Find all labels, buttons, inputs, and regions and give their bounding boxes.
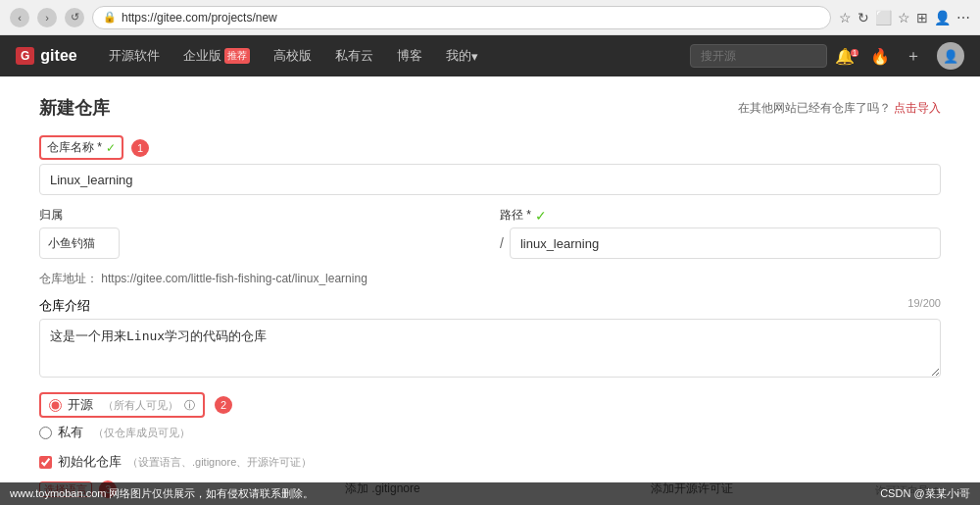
init-section: 初始化仓库 （设置语言、.gitignore、开源许可证） xyxy=(39,453,941,471)
back-button[interactable]: ‹ xyxy=(10,8,29,27)
bottom-bar: www.toymoban.com 网络图片仅供展示，如有侵权请联系删除。 CSD… xyxy=(0,482,980,505)
forward-button[interactable]: › xyxy=(37,8,57,27)
nav-mine[interactable]: 我的 ▾ xyxy=(434,35,490,76)
browser-right-icons: ☆ ↻ ⬜ ☆ ⊞ 👤 ⋯ xyxy=(839,10,970,25)
repo-name-section: 仓库名称 * ✓ 1 xyxy=(39,135,941,195)
repo-name-input[interactable] xyxy=(39,164,941,195)
init-label: 初始化仓库 xyxy=(58,453,122,471)
refresh-button[interactable]: ↺ xyxy=(65,8,84,27)
csdn-label: CSDN @菜某小i哥 xyxy=(880,486,970,501)
name-check-icon: ✓ xyxy=(106,141,116,155)
fire-icon-btn[interactable]: 🔥 xyxy=(862,47,898,66)
private-option[interactable]: 私有 （仅仓库成员可见） xyxy=(39,424,941,441)
repo-name-label: 仓库名称 * ✓ 1 xyxy=(39,135,941,160)
open-option[interactable]: 开源 （所有人可见） ⓘ 2 xyxy=(39,392,941,418)
nav-blog[interactable]: 博客 xyxy=(385,35,434,76)
step-2-badge: 2 xyxy=(215,396,232,414)
repo-url-line: 仓库地址： https://gitee.com/little-fish-fish… xyxy=(39,271,941,287)
browser-bar: ‹ › ↺ 🔒 https://gitee.com/projects/new ☆… xyxy=(0,0,980,35)
enterprise-badge: 推荐 xyxy=(224,48,250,64)
attribution-col: 归属 小鱼钓猫 xyxy=(39,207,480,259)
path-check-icon: ✓ xyxy=(535,208,547,224)
step-1-badge: 1 xyxy=(131,139,149,157)
open-desc: （所有人可见） xyxy=(103,398,178,413)
init-desc: （设置语言、.gitignore、开源许可证） xyxy=(127,455,312,470)
main-content: 新建仓库 在其他网站已经有仓库了吗？ 点击导入 仓库名称 * ✓ 1 归属 小鱼… xyxy=(0,76,980,505)
open-radio[interactable] xyxy=(49,399,62,412)
nav-private-cloud[interactable]: 私有云 xyxy=(323,35,385,76)
import-link-area: 在其他网站已经有仓库了吗？ 点击导入 xyxy=(738,100,941,117)
init-checkbox[interactable] xyxy=(39,456,52,469)
star-icon[interactable]: ☆ xyxy=(839,10,852,25)
path-label: 路径 * ✓ xyxy=(500,207,941,224)
open-option-box: 开源 （所有人可见） ⓘ xyxy=(39,392,205,418)
bookmark-icon[interactable]: ☆ xyxy=(898,10,910,25)
char-count: 19/200 xyxy=(907,297,941,315)
desc-label-row: 仓库介绍 19/200 xyxy=(39,297,941,315)
attribution-label: 归属 xyxy=(39,207,480,224)
desc-section: 仓库介绍 19/200 这是一个用来Linux学习的代码的仓库 xyxy=(39,297,941,380)
path-slash: / xyxy=(500,235,504,251)
add-icon-btn[interactable]: ＋ xyxy=(898,46,929,67)
nav-opensource[interactable]: 开源软件 xyxy=(97,35,172,76)
page-header: 新建仓库 在其他网站已经有仓库了吗？ 点击导入 xyxy=(39,96,941,120)
menu-icon[interactable]: ⋯ xyxy=(956,10,970,25)
user-avatar[interactable]: 👤 xyxy=(937,42,964,70)
page-title: 新建仓库 xyxy=(39,96,110,120)
lock-icon: 🔒 xyxy=(103,11,117,24)
init-checkbox-row: 初始化仓库 （设置语言、.gitignore、开源许可证） xyxy=(39,453,941,471)
profile-icon[interactable]: 👤 xyxy=(934,10,951,25)
gitee-logo[interactable]: G gitee xyxy=(16,47,77,65)
ext-icon[interactable]: ⊞ xyxy=(916,10,928,25)
desc-label: 仓库介绍 xyxy=(39,297,90,315)
tab-icon[interactable]: ⬜ xyxy=(875,10,892,25)
repo-name-label-box: 仓库名称 * ✓ xyxy=(39,135,123,160)
bell-icon-btn[interactable]: 🔔 1 xyxy=(827,47,862,66)
nav-search-input[interactable] xyxy=(690,44,827,68)
nav-university[interactable]: 高校版 xyxy=(262,35,323,76)
nav-enterprise[interactable]: 企业版 推荐 xyxy=(172,35,262,76)
desc-textarea[interactable]: 这是一个用来Linux学习的代码的仓库 xyxy=(39,319,941,378)
visibility-section: 开源 （所有人可见） ⓘ 2 私有 （仅仓库成员可见） xyxy=(39,392,941,441)
visibility-help: ⓘ xyxy=(184,398,195,413)
bell-badge: 1 xyxy=(851,49,858,57)
url-text: https://gitee.com/projects/new xyxy=(122,11,277,25)
private-label: 私有 xyxy=(58,424,83,441)
logo-box: G xyxy=(16,47,34,65)
path-col: 路径 * ✓ / xyxy=(500,207,941,259)
attribution-path-row: 归属 小鱼钓猫 路径 * ✓ / xyxy=(39,207,941,259)
gitee-navbar: G gitee 开源软件 企业版 推荐 高校版 私有云 博客 我的 ▾ 🔔 1 … xyxy=(0,35,980,76)
open-label: 开源 xyxy=(68,396,93,414)
url-bar[interactable]: 🔒 https://gitee.com/projects/new xyxy=(92,6,831,29)
path-input[interactable] xyxy=(510,227,941,259)
private-desc: （仅仓库成员可见） xyxy=(93,426,190,440)
refresh2-icon[interactable]: ↻ xyxy=(858,10,869,25)
logo-text: gitee xyxy=(40,47,76,65)
private-radio[interactable] xyxy=(39,427,52,439)
path-wrapper: / xyxy=(500,227,941,259)
owner-select[interactable]: 小鱼钓猫 xyxy=(39,227,120,259)
import-link[interactable]: 点击导入 xyxy=(894,101,941,115)
